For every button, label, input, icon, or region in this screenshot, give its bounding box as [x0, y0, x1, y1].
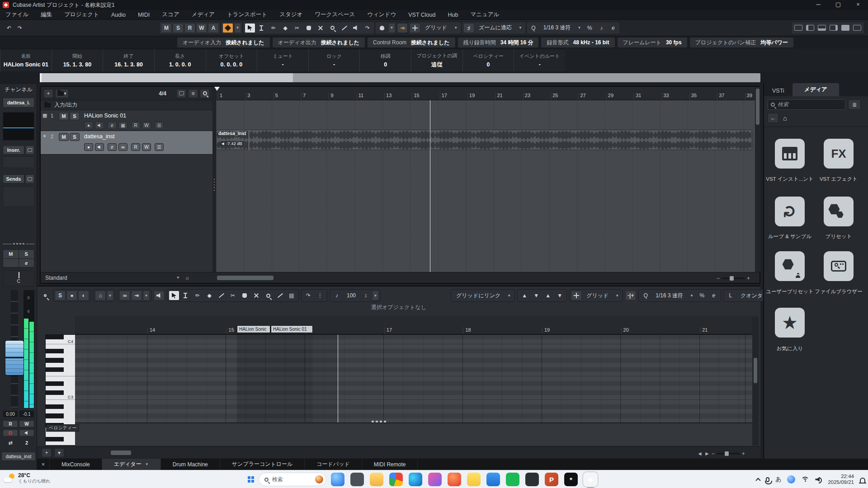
pin-icon[interactable]: [40, 291, 51, 300]
punch-dropdown[interactable]: ▼: [234, 23, 241, 33]
setup-toolbar-button[interactable]: [793, 23, 804, 33]
editor-mute-tool[interactable]: [239, 291, 250, 300]
info-field-value[interactable]: -: [514, 61, 565, 68]
object-selection-tool[interactable]: [245, 23, 255, 33]
output-routing-icon[interactable]: ⇄: [3, 439, 18, 446]
tile-user-presets[interactable]: [775, 251, 805, 281]
freeze-icon[interactable]: ∞: [118, 143, 127, 151]
track-controls-icon[interactable]: ☰: [155, 143, 164, 151]
editor-trim-tool[interactable]: [180, 291, 191, 300]
tracklist-splitter[interactable]: [212, 87, 216, 283]
taskbar-app-icon[interactable]: [331, 473, 344, 486]
autoscroll-dropdown[interactable]: ▼: [143, 291, 150, 300]
add-track-button[interactable]: +: [43, 89, 53, 98]
track-solo-button[interactable]: S: [70, 133, 80, 141]
close-button[interactable]: ×: [848, 0, 868, 10]
status-item[interactable]: 残り録音時間 34 時間 16 分: [458, 38, 539, 47]
automation-button[interactable]: M: [161, 23, 172, 33]
menu-item[interactable]: Hub: [448, 12, 458, 18]
taskbar-app-icon[interactable]: [467, 473, 481, 486]
tab-sampler-control[interactable]: サンプラーコントロール: [220, 459, 305, 470]
editor-pattern-icon[interactable]: ▤: [286, 291, 297, 300]
lane-divider-handle[interactable]: [372, 421, 386, 422]
left-zone-toggle[interactable]: [805, 23, 816, 33]
menu-item[interactable]: スタジオ: [279, 11, 302, 19]
acoustic-feedback-button[interactable]: ◐: [78, 291, 89, 300]
inserts-button[interactable]: Inser.: [3, 145, 24, 155]
snap-dropdown[interactable]: ▼: [452, 26, 460, 30]
editor-zoom-tool[interactable]: [263, 291, 274, 300]
track-presets-button[interactable]: ▾: [55, 89, 69, 98]
zoom-tool[interactable]: [327, 23, 338, 33]
tab-editor[interactable]: エディター▼: [102, 459, 161, 470]
piano-key-B3[interactable]: [46, 344, 75, 349]
notification-bell-icon[interactable]: [860, 478, 865, 483]
track-name[interactable]: dattesa_inst: [84, 133, 114, 140]
glue-tool[interactable]: ◆: [280, 23, 291, 33]
editor-snap-icon[interactable]: [571, 291, 582, 300]
editor-line-tool[interactable]: [274, 291, 285, 300]
channel-track-name[interactable]: dattesa_inst: [1, 452, 36, 461]
pan-control[interactable]: C: [3, 270, 34, 286]
piano-key-D2[interactable]: [46, 441, 75, 446]
track-filter-icon[interactable]: ≡: [188, 89, 198, 98]
peak-level-value[interactable]: -0.1: [19, 410, 34, 418]
nudge-down-icon[interactable]: ▼: [531, 291, 542, 300]
piano-key-F3[interactable]: [46, 372, 75, 376]
back-icon[interactable]: ←: [768, 113, 778, 123]
nudge-up-icon[interactable]: ▲: [519, 291, 530, 300]
iterative-quantize-icon[interactable]: ♪: [596, 23, 607, 33]
project-playhead[interactable]: [430, 100, 430, 272]
editor-ruler[interactable]: 1415161718192021: [75, 316, 752, 334]
piano-key-D#3[interactable]: [46, 381, 75, 386]
transpose-down-icon[interactable]: ▼: [554, 291, 565, 300]
info-field-value[interactable]: -: [309, 61, 360, 68]
read-icon[interactable]: R: [131, 143, 140, 151]
track-visibility-icon[interactable]: [176, 89, 186, 98]
line-tool[interactable]: [339, 23, 349, 33]
status-item[interactable]: 録音形式 48 kHz - 16 bit: [541, 38, 614, 47]
step-input-icon[interactable]: ♪: [331, 291, 342, 300]
punch-button[interactable]: [222, 23, 233, 33]
fader-level-value[interactable]: 0.00: [3, 410, 18, 418]
color-dropdown[interactable]: ▼: [388, 23, 395, 33]
tab-chord-pads[interactable]: コードパッド: [305, 459, 362, 470]
event-display[interactable]: dattesa_inst ◄ -7.42 dB: [216, 100, 755, 272]
monitor-icon[interactable]: [95, 143, 104, 151]
info-field[interactable]: 名前 HALion Sonic 01: [0, 49, 52, 71]
swing-icon[interactable]: %: [584, 23, 595, 33]
track-halion[interactable]: ▦ 1 M S HALion Sonic 01 ● e ▦ R W ☰: [41, 110, 212, 131]
editor-split-tool[interactable]: ✂: [227, 291, 238, 300]
record-enable-icon[interactable]: ●: [84, 122, 93, 129]
piano-key-G#3[interactable]: [46, 358, 75, 362]
menu-item[interactable]: ファイル: [5, 11, 28, 19]
editor-zoom-out[interactable]: −: [712, 450, 715, 457]
menu-item[interactable]: ウィンドウ: [367, 11, 396, 19]
info-field[interactable]: 移調 0: [359, 49, 411, 71]
grid-plusminus-icon[interactable]: -|+: [625, 291, 636, 300]
info-field[interactable]: 開始 15. 1. 3. 80: [52, 49, 103, 71]
menu-item[interactable]: プロジェクト: [64, 11, 99, 19]
grid-type-dropdown[interactable]: ▼: [516, 26, 524, 30]
automation-button[interactable]: R: [184, 23, 195, 33]
piano-key-G#2[interactable]: [46, 413, 75, 418]
insert-slot[interactable]: [3, 156, 34, 168]
play-tool[interactable]: [350, 23, 361, 33]
piano-key-C4[interactable]: C4: [46, 339, 75, 344]
tile-loops-samples[interactable]: ↻: [775, 197, 805, 226]
automation-button[interactable]: S: [173, 23, 184, 33]
media-search-input[interactable]: 検索: [768, 99, 845, 110]
tile-vst-effects[interactable]: FX: [824, 139, 854, 169]
info-field[interactable]: プロジェクトの調 追従: [411, 49, 462, 71]
channel-name-button[interactable]: dattesa_i.: [3, 98, 34, 108]
piano-key-F#3[interactable]: [46, 367, 75, 372]
full-zone-toggle[interactable]: [840, 23, 851, 33]
track-name[interactable]: HALion Sonic 01: [84, 113, 126, 119]
link-to-grid-value[interactable]: グリッドにリンク: [453, 292, 504, 300]
split-tool[interactable]: ✂: [292, 23, 302, 33]
audio-event[interactable]: dattesa_inst ◄ -7.42 dB: [216, 130, 752, 150]
info-field[interactable]: 終了 16. 1. 3. 80: [103, 49, 154, 71]
taskbar-app-icon[interactable]: [389, 473, 403, 486]
transpose-up-icon[interactable]: ▲: [542, 291, 553, 300]
clock[interactable]: 22:44 2025/09/21: [828, 474, 854, 485]
